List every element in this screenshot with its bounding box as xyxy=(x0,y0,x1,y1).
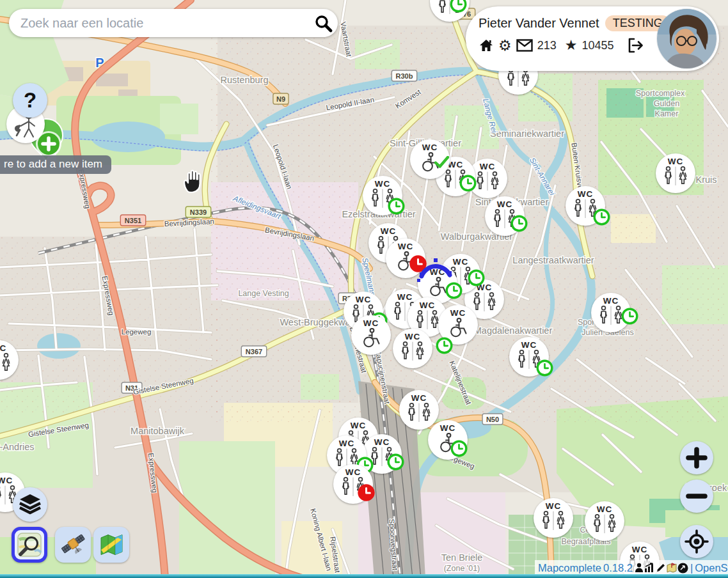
marker-label: WC xyxy=(546,501,562,511)
marker-label: WC xyxy=(398,242,414,251)
road-badge: N367 xyxy=(241,346,266,357)
star-icon[interactable]: ★ xyxy=(565,38,578,53)
basemap-style-satellite-button[interactable] xyxy=(55,527,91,563)
help-button[interactable]: ? xyxy=(13,83,47,118)
messages-count: 213 xyxy=(537,39,557,52)
map-label: (Zone '01) xyxy=(444,564,480,573)
toilet-marker[interactable]: WC xyxy=(351,315,391,355)
settings-gear-icon[interactable]: ⚙ xyxy=(498,38,512,53)
toilet-marker[interactable]: WC xyxy=(428,420,468,460)
male-female-pictogram xyxy=(367,447,397,467)
openstreetmap-link[interactable]: OpenStreetMap xyxy=(695,562,728,574)
mapcomplete-app: N9R30bN376N339N351N367N31N50R30 Brugge-S… xyxy=(0,0,728,578)
toilet-marker[interactable]: WC xyxy=(438,305,478,345)
toilet-marker[interactable]: WC xyxy=(485,196,525,236)
toilet-marker[interactable]: WC xyxy=(656,153,695,193)
avatar[interactable] xyxy=(657,9,716,68)
marker-label: WC xyxy=(381,226,397,236)
search-input[interactable] xyxy=(9,15,308,31)
toilet-marker[interactable]: WC xyxy=(393,329,432,368)
map-label: Legeweg xyxy=(122,328,152,336)
male-female-pictogram xyxy=(661,166,690,186)
wheelchair-pictogram xyxy=(395,251,416,271)
marker-label: WC xyxy=(497,199,513,209)
male-female-pictogram xyxy=(413,310,442,330)
messages-envelope-icon[interactable] xyxy=(516,39,533,52)
zoom-out-button[interactable] xyxy=(680,480,713,513)
toilet-marker[interactable]: WC xyxy=(399,390,439,430)
marker-label: WC xyxy=(363,318,379,328)
male-female-pictogram xyxy=(338,477,368,497)
marker-label: WC xyxy=(450,308,466,318)
marker-label: WC xyxy=(345,467,361,477)
layers-button[interactable] xyxy=(13,487,47,522)
map-label: Kamer xyxy=(655,109,679,118)
marker-label: WC xyxy=(422,143,438,152)
wheelchair-pictogram xyxy=(437,433,459,453)
marker-label: WC xyxy=(351,421,367,430)
map-label: Ten Briele xyxy=(441,552,482,563)
geolocate-button[interactable] xyxy=(680,525,713,558)
toilet-marker[interactable]: WC xyxy=(509,337,549,377)
marker-label: WC xyxy=(521,340,537,350)
toilet-marker[interactable]: WC xyxy=(363,176,402,215)
satellite-icon xyxy=(59,531,86,558)
toilet-marker[interactable]: WC xyxy=(333,464,373,504)
toilet-marker[interactable]: WC xyxy=(585,501,624,541)
marker-label: WC xyxy=(0,343,6,353)
toilet-marker[interactable]: WC xyxy=(566,186,605,226)
marker-label: WC xyxy=(375,179,391,189)
marker-label: WC xyxy=(578,189,594,199)
marker-label: WC xyxy=(477,283,493,292)
toilet-marker[interactable]: WC xyxy=(410,139,450,179)
toilet-marker[interactable]: WC xyxy=(362,434,402,474)
attribution-app: Mapcomplete xyxy=(538,562,601,574)
marker-label: WC xyxy=(374,437,390,447)
edit-pencil-icon[interactable] xyxy=(656,563,666,573)
stats-chart-icon[interactable] xyxy=(644,563,655,573)
male-female-pictogram xyxy=(368,189,397,208)
male-female-pictogram xyxy=(470,292,499,312)
male-female-pictogram xyxy=(404,403,434,423)
stats-user-icon[interactable] xyxy=(635,563,644,573)
attribution-separator: | xyxy=(690,562,693,574)
plus-icon xyxy=(686,447,708,469)
toilet-marker[interactable]: WC xyxy=(534,498,573,538)
male-female-pictogram xyxy=(490,209,519,229)
zoom-in-button[interactable] xyxy=(680,441,713,474)
toilet-marker[interactable]: WC xyxy=(591,293,631,332)
marker-label: WC xyxy=(356,295,372,304)
search-button[interactable] xyxy=(308,9,338,37)
marker-label: WC xyxy=(339,439,355,448)
svg-text:N339: N339 xyxy=(190,208,207,216)
logout-icon[interactable] xyxy=(627,38,644,53)
map-label: Manitobawijk xyxy=(131,426,185,436)
map-flag-icon[interactable] xyxy=(667,563,677,573)
marker-label: WC xyxy=(448,160,464,169)
male-female-pictogram xyxy=(590,514,619,534)
marker-label: WC xyxy=(405,332,421,341)
marker-label: WC xyxy=(420,301,436,310)
crosshair-icon xyxy=(683,527,711,556)
marker-label: WC xyxy=(603,296,619,306)
male-female-pictogram xyxy=(539,511,568,531)
help-label: ? xyxy=(24,88,36,113)
marker-label: WC xyxy=(668,157,684,166)
home-icon[interactable] xyxy=(479,38,494,53)
road-badge: N50 xyxy=(482,414,503,425)
wheelchair-pictogram xyxy=(360,328,382,348)
basemap-style-osm-button[interactable] xyxy=(12,527,47,563)
basemap-style-map-button[interactable] xyxy=(93,527,129,563)
osm-carto-icon xyxy=(17,532,42,558)
road-badge: N9 xyxy=(273,93,289,104)
map-label: Sint-Andries xyxy=(0,442,34,452)
add-item-tooltip: re to add a new item xyxy=(0,155,111,174)
map-label: Rustenburg xyxy=(221,75,269,85)
marker-label: WC xyxy=(397,292,413,302)
marker-label: WC xyxy=(0,476,13,485)
search-icon xyxy=(313,13,333,33)
add-item-plus-button[interactable] xyxy=(38,133,59,155)
male-female-pictogram xyxy=(596,306,626,325)
attribution-version: 0.18.2 xyxy=(603,562,633,574)
community-icon[interactable] xyxy=(677,563,688,574)
